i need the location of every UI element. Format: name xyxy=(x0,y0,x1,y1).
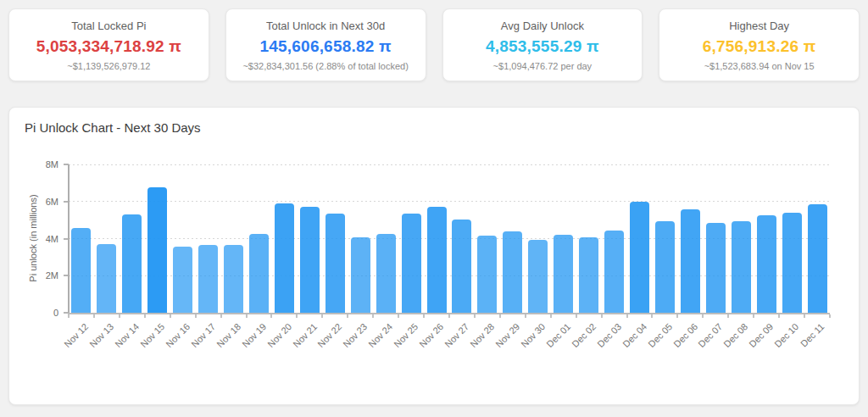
x-axis-tick xyxy=(398,314,399,318)
y-tick-label: 4M xyxy=(33,234,58,244)
bar-nov-30[interactable] xyxy=(528,240,548,313)
x-tick-label: Nov 19 xyxy=(240,321,268,349)
bar-nov-21[interactable] xyxy=(300,207,320,313)
x-axis-tick xyxy=(576,314,577,318)
x-tick-label: Nov 28 xyxy=(468,321,496,349)
x-tick-label: Dec 03 xyxy=(595,321,623,349)
x-axis-tick xyxy=(727,314,729,318)
stat-card-highest-day: Highest Day 6,756,913.26 π ~$1,523,683.9… xyxy=(659,8,860,81)
x-tick-label: Dec 06 xyxy=(671,321,699,349)
bar-nov-16[interactable] xyxy=(173,247,192,313)
bar-dec-11[interactable] xyxy=(808,204,827,313)
y-tick-label: 2M xyxy=(33,270,58,281)
stat-sub: ~$1,139,526,979.12 xyxy=(67,61,150,71)
x-axis-tick xyxy=(270,314,272,318)
bar-dec-06[interactable] xyxy=(681,209,700,314)
y-axis xyxy=(68,164,70,314)
bar-nov-28[interactable] xyxy=(477,236,497,313)
stat-sub: ~$1,094,476.72 per day xyxy=(493,61,593,71)
stat-label: Total Unlock in Next 30d xyxy=(266,19,385,32)
bar-nov-25[interactable] xyxy=(402,214,421,313)
x-tick-label: Dec 10 xyxy=(772,321,800,349)
x-tick-label: Nov 25 xyxy=(392,321,420,349)
x-axis-tick xyxy=(93,314,95,318)
bar-nov-29[interactable] xyxy=(503,231,522,313)
stat-value: 4,853,555.29 π xyxy=(486,37,599,56)
x-axis-tick xyxy=(119,314,120,318)
x-tick-label: Dec 11 xyxy=(798,321,826,349)
x-tick-label: Nov 29 xyxy=(493,321,521,349)
bar-nov-22[interactable] xyxy=(326,214,345,313)
x-axis-tick xyxy=(651,314,653,318)
x-axis-tick xyxy=(676,314,678,318)
bar-nov-23[interactable] xyxy=(351,237,370,313)
bar-dec-07[interactable] xyxy=(706,223,726,313)
stat-card-total-locked: Total Locked Pi 5,053,334,718.92 π ~$1,1… xyxy=(8,8,209,81)
gridline xyxy=(69,164,830,165)
bar-dec-04[interactable] xyxy=(630,202,649,313)
x-axis-tick xyxy=(525,314,526,318)
x-tick-label: Dec 04 xyxy=(620,321,648,349)
bar-dec-01[interactable] xyxy=(554,235,573,313)
x-axis-tick xyxy=(220,314,222,318)
x-tick-label: Nov 26 xyxy=(417,321,445,349)
bar-dec-08[interactable] xyxy=(732,221,751,313)
stat-value: 6,756,913.26 π xyxy=(703,37,816,56)
bar-nov-13[interactable] xyxy=(97,244,116,313)
x-tick-label: Nov 21 xyxy=(291,321,319,349)
stat-value: 145,606,658.82 π xyxy=(260,37,392,56)
x-axis-tick xyxy=(347,314,348,318)
x-axis-tick xyxy=(601,314,603,318)
x-axis-tick xyxy=(195,314,197,318)
x-tick-label: Nov 18 xyxy=(214,321,242,349)
chart-card: Pi Unlock Chart - Next 30 Days Pi unlock… xyxy=(8,107,860,405)
x-tick-label: Nov 15 xyxy=(138,321,166,349)
stat-card-avg-daily-unlock: Avg Daily Unlock 4,853,555.29 π ~$1,094,… xyxy=(442,8,643,81)
bar-dec-02[interactable] xyxy=(579,237,598,313)
stat-label: Total Locked Pi xyxy=(71,19,146,32)
x-axis-tick xyxy=(778,314,780,318)
bar-nov-26[interactable] xyxy=(427,207,447,313)
x-tick-label: Nov 16 xyxy=(164,321,192,349)
gridline xyxy=(69,201,830,202)
x-tick-label: Dec 08 xyxy=(722,321,750,349)
x-axis-tick xyxy=(170,314,171,318)
x-axis-tick xyxy=(753,314,754,318)
bar-dec-10[interactable] xyxy=(782,213,802,313)
bar-nov-19[interactable] xyxy=(249,234,269,313)
y-tick-label: 8M xyxy=(33,159,58,170)
x-axis-tick xyxy=(448,314,450,318)
x-axis-tick xyxy=(372,314,374,318)
bar-dec-05[interactable] xyxy=(655,221,675,313)
bar-dec-09[interactable] xyxy=(757,215,776,313)
x-tick-label: Dec 02 xyxy=(570,321,598,349)
stats-row: Total Locked Pi 5,053,334,718.92 π ~$1,1… xyxy=(8,8,860,81)
pi-unlock-bar-chart: Pi unlock (in millions) 02M4M6M8MNov 12N… xyxy=(9,108,859,404)
x-axis-tick xyxy=(550,314,552,318)
stat-sub: ~$1,523,683.94 on Nov 15 xyxy=(704,61,815,71)
x-axis-tick xyxy=(246,314,248,318)
y-tick-label: 6M xyxy=(33,197,58,207)
bar-nov-20[interactable] xyxy=(275,203,294,314)
bar-dec-03[interactable] xyxy=(604,231,624,313)
x-axis-tick xyxy=(702,314,704,318)
x-tick-label: Nov 23 xyxy=(342,321,370,349)
bar-nov-27[interactable] xyxy=(452,220,471,313)
x-tick-label: Dec 01 xyxy=(544,321,572,349)
x-tick-label: Nov 14 xyxy=(113,321,141,349)
bar-nov-18[interactable] xyxy=(224,245,243,313)
x-axis-tick xyxy=(829,314,831,318)
bar-nov-24[interactable] xyxy=(376,234,396,313)
stat-label: Highest Day xyxy=(729,19,789,32)
x-tick-label: Nov 22 xyxy=(316,321,344,349)
x-axis-tick xyxy=(144,314,146,318)
bar-nov-12[interactable] xyxy=(71,228,91,313)
bar-nov-14[interactable] xyxy=(122,214,142,313)
x-axis-tick xyxy=(423,314,425,318)
x-axis-tick xyxy=(474,314,476,318)
x-tick-label: Nov 27 xyxy=(442,321,470,349)
bar-nov-17[interactable] xyxy=(198,245,218,313)
bar-nov-15[interactable] xyxy=(147,187,167,313)
x-tick-label: Nov 30 xyxy=(519,321,547,349)
stat-label: Avg Daily Unlock xyxy=(501,19,584,32)
